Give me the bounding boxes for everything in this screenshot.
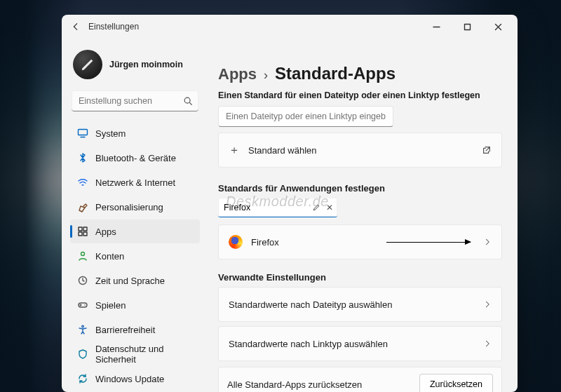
titlebar: Einstellungen: [62, 15, 518, 39]
accessibility-icon: [77, 324, 88, 335]
sidebar-item-label: Windows Update: [95, 374, 164, 384]
paint-icon: [77, 201, 88, 212]
sidebar-item-apps[interactable]: Apps: [70, 219, 200, 243]
minimize-icon: [433, 23, 440, 31]
sidebar-item-system[interactable]: System: [70, 121, 200, 145]
maximize-button[interactable]: [452, 16, 482, 37]
svg-rect-3: [79, 227, 82, 231]
svg-point-11: [82, 325, 84, 327]
sidebar-item-label: Konten: [95, 251, 124, 262]
avatar: [73, 50, 102, 79]
window-title: Einstellungen: [88, 22, 139, 32]
related-heading: Verwandte Einstellungen: [218, 272, 502, 283]
sidebar-item-label: Spielen: [95, 300, 126, 311]
sidebar-item-bluetooth[interactable]: Bluetooth- & Geräte: [70, 146, 200, 170]
main-content: Apps › Standard-Apps Einen Standard für …: [205, 39, 518, 392]
reset-defaults-row: Alle Standard-Apps zurücksetzen Zurückse…: [218, 367, 502, 392]
back-button[interactable]: [66, 17, 86, 36]
app-search: ✕: [218, 198, 337, 217]
svg-rect-4: [83, 227, 87, 231]
chevron-right-icon: [483, 238, 492, 246]
firefox-icon: [229, 235, 243, 249]
related-row-label: Standardwerte nach Linktyp auswählen: [229, 339, 388, 349]
sidebar-item-network[interactable]: Netzwerk & Internet: [70, 170, 200, 194]
breadcrumb-parent[interactable]: Apps: [218, 65, 257, 83]
sidebar-item-label: Personalisierung: [95, 202, 163, 212]
maximize-icon: [464, 23, 471, 31]
apps-icon: [77, 226, 88, 237]
sidebar-item-accessibility[interactable]: Barrierefreiheit: [70, 318, 200, 342]
sidebar-item-time[interactable]: Zeit und Sprache: [70, 269, 200, 292]
nav-list: SystemBluetooth- & GeräteNetzwerk & Inte…: [70, 121, 200, 391]
svg-rect-5: [79, 232, 82, 236]
sidebar-item-accounts[interactable]: Konten: [70, 244, 200, 268]
shield-icon: [77, 349, 88, 360]
sidebar: Jürgen moinmoin SystemBluetooth- & Gerät…: [62, 39, 205, 392]
related-row-1[interactable]: Standardwerte nach Linktyp auswählen: [218, 326, 502, 361]
sidebar-item-gaming[interactable]: Spielen: [70, 293, 200, 317]
chevron-right-icon: ›: [264, 68, 268, 83]
page-title: Standard-Apps: [275, 64, 396, 83]
choose-default-label: Standard wählen: [248, 145, 317, 156]
related-row-label: Standardwerte nach Dateityp auswählen: [229, 299, 392, 310]
svg-point-1: [184, 97, 190, 103]
choose-default-card[interactable]: ＋ Standard wählen: [218, 133, 502, 168]
bluetooth-icon: [77, 152, 88, 163]
app-result-label: Firefox: [251, 237, 279, 248]
search-icon: [183, 96, 193, 106]
gamepad-icon: [77, 299, 88, 311]
chevron-right-icon: [483, 300, 492, 309]
profile-name: Jürgen moinmoin: [109, 60, 183, 69]
sidebar-item-personalization[interactable]: Personalisierung: [70, 195, 200, 219]
update-icon: [77, 373, 88, 384]
breadcrumb: Apps › Standard-Apps: [218, 64, 502, 83]
reset-defaults-label: Alle Standard-Apps zurücksetzen: [227, 379, 362, 390]
sidebar-item-label: Barrierefreiheit: [95, 325, 155, 335]
minimize-button[interactable]: [421, 16, 452, 37]
close-icon: [494, 23, 502, 31]
reset-button[interactable]: Zurücksetzen: [419, 374, 493, 392]
related-row-0[interactable]: Standardwerte nach Dateityp auswählen: [218, 287, 502, 322]
wifi-icon: [77, 177, 88, 188]
settings-window: Einstellungen Jürgen moinmoin System: [62, 15, 518, 392]
filetype-heading: Einen Standard für einen Dateityp oder e…: [218, 90, 502, 100]
monitor-icon: [77, 128, 88, 139]
search-input[interactable]: [72, 90, 198, 111]
edit-icon: [312, 203, 320, 212]
svg-point-7: [81, 252, 85, 256]
settings-search: [72, 90, 198, 111]
arrow-annotation: [386, 242, 471, 243]
pen-icon: [80, 57, 95, 72]
open-external-icon: [482, 145, 492, 155]
sidebar-item-label: Netzwerk & Internet: [95, 177, 175, 188]
arrow-left-icon: [71, 22, 81, 32]
filetype-input[interactable]: [218, 106, 393, 127]
close-button[interactable]: [482, 16, 513, 37]
person-icon: [77, 250, 88, 262]
svg-rect-2: [79, 130, 88, 135]
sidebar-item-label: Apps: [95, 227, 116, 237]
svg-rect-0: [464, 24, 470, 29]
app-defaults-heading: Standards für Anwendungen festlegen: [218, 183, 502, 194]
chevron-right-icon: [483, 339, 492, 348]
app-result-firefox[interactable]: Firefox: [218, 224, 502, 259]
svg-point-10: [84, 304, 86, 306]
sidebar-item-label: Datenschutz und Sicherheit: [95, 344, 193, 365]
plus-icon: ＋: [229, 143, 240, 158]
svg-rect-6: [83, 232, 87, 236]
clear-search-button[interactable]: ✕: [326, 203, 333, 212]
sidebar-item-privacy[interactable]: Datenschutz und Sicherheit: [70, 342, 200, 366]
sidebar-item-label: System: [95, 128, 126, 139]
sidebar-item-update[interactable]: Windows Update: [70, 367, 200, 391]
sidebar-item-label: Zeit und Sprache: [95, 276, 165, 286]
clock-icon: [77, 275, 88, 286]
sidebar-item-label: Bluetooth- & Geräte: [95, 153, 176, 163]
profile-block[interactable]: Jürgen moinmoin: [70, 46, 200, 89]
